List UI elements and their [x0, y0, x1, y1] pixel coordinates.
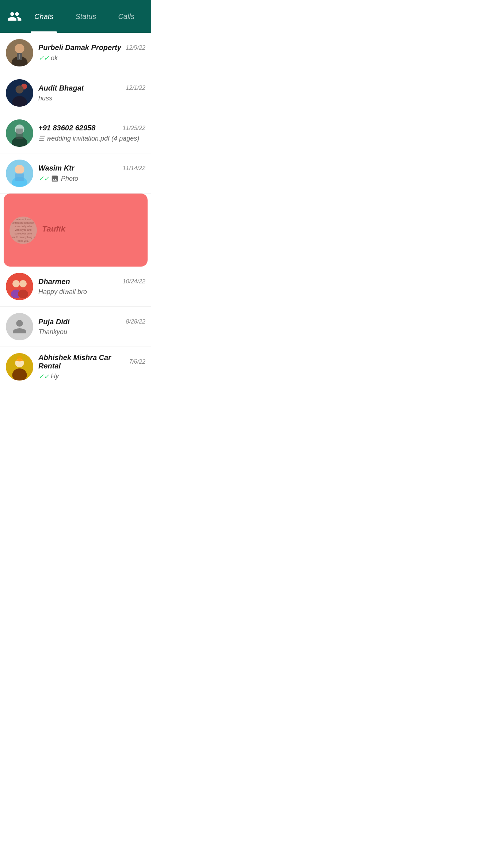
double-tick-icon: ✓✓ [38, 54, 49, 62]
chat-content: Dharmen 10/24/22 Happy diwali bro [38, 278, 145, 296]
avatar: Remember there's a difference between so… [9, 217, 37, 244]
list-item[interactable]: Purbeli Damak Property 12/9/22 ✓✓ ok [0, 33, 151, 73]
chat-date: 12/1/22 [126, 85, 145, 91]
preview-text: huss [38, 95, 52, 102]
list-item[interactable]: Wasim Ktr 11/14/22 ✓✓ Photo [0, 153, 151, 194]
chat-content: Purbeli Damak Property 12/9/22 ✓✓ ok [38, 43, 145, 62]
tab-calls[interactable]: Calls [114, 0, 138, 33]
preview-text: wedding invitation.pdf (4 pages) [46, 135, 139, 142]
list-item[interactable]: Audit Bhagat 12/1/22 huss [0, 73, 151, 113]
chat-date: 11/25/22 [123, 125, 145, 131]
chat-preview: ☰ wedding invitation.pdf (4 pages) [38, 134, 145, 142]
double-tick-icon: ✓✓ [38, 372, 49, 381]
tab-chats[interactable]: Chats [31, 0, 57, 33]
svg-point-20 [19, 280, 27, 287]
header: Chats Status Calls [0, 0, 151, 33]
preview-text: ok [51, 54, 58, 62]
chat-date: 12/9/22 [126, 45, 145, 51]
tab-status[interactable]: Status [72, 0, 100, 33]
contact-name: Audit Bhagat [38, 84, 84, 92]
chat-header-row: Taufik [42, 224, 142, 234]
chat-header-row: Puja Didi 8/28/22 [38, 318, 145, 326]
chat-date: 8/28/22 [126, 318, 145, 325]
list-item[interactable]: +91 83602 62958 11/25/22 ☰ wedding invit… [0, 113, 151, 153]
avatar [6, 79, 33, 107]
chat-content: Audit Bhagat 12/1/22 huss [38, 84, 145, 102]
contact-name: Puja Didi [38, 318, 70, 326]
people-icon [6, 8, 23, 25]
list-item[interactable]: Puja Didi 8/28/22 Thankyou [0, 307, 151, 347]
svg-point-15 [15, 165, 24, 174]
chat-header-row: +91 83602 62958 11/25/22 [38, 124, 145, 132]
avatar [6, 160, 33, 187]
chat-preview: ✓✓ ok [38, 54, 145, 62]
avatar [6, 39, 33, 66]
chat-date: 11/14/22 [123, 165, 145, 172]
chat-preview: huss [38, 95, 145, 102]
chat-date: 7/6/22 [129, 359, 145, 365]
svg-point-1 [15, 44, 24, 53]
svg-point-22 [18, 290, 28, 298]
list-item[interactable]: Abhishek Mishra Car Rental 7/6/22 ✓✓ Hy [0, 347, 151, 387]
svg-point-8 [16, 85, 24, 93]
photo-icon [51, 175, 59, 183]
chat-header-row: Audit Bhagat 12/1/22 [38, 84, 145, 92]
chat-content: Taufik [42, 224, 142, 236]
contact-name: Abhishek Mishra Car Rental [38, 353, 129, 370]
preview-text: Thankyou [38, 328, 67, 336]
avatar [6, 353, 33, 381]
list-item[interactable]: Dharmen 10/24/22 Happy diwali bro [0, 267, 151, 307]
contact-name: Purbeli Damak Property [38, 43, 121, 52]
avatar [6, 119, 33, 147]
contact-name: Dharmen [38, 278, 70, 286]
chat-header-row: Purbeli Damak Property 12/9/22 [38, 43, 145, 52]
svg-rect-13 [16, 129, 23, 139]
svg-point-26 [17, 356, 23, 362]
chat-preview: Happy diwali bro [38, 288, 145, 296]
chat-content: Wasim Ktr 11/14/22 ✓✓ Photo [38, 164, 145, 183]
chat-header-row: Abhishek Mishra Car Rental 7/6/22 [38, 353, 145, 370]
contact-name: Wasim Ktr [38, 164, 75, 172]
list-item[interactable]: Remember there's a difference between so… [4, 194, 148, 267]
preview-text: Photo [61, 175, 78, 183]
quote-text: Remember there's a difference between so… [9, 217, 37, 244]
chat-content: Puja Didi 8/28/22 Thankyou [38, 318, 145, 336]
chat-header-row: Wasim Ktr 11/14/22 [38, 164, 145, 172]
contact-name: Taufik [42, 224, 65, 234]
avatar [6, 273, 33, 300]
chat-date: 10/24/22 [123, 278, 145, 285]
double-tick-icon: ✓✓ [38, 175, 49, 183]
chat-preview: ✓✓ Photo [38, 175, 145, 183]
nav-tabs: Chats Status Calls [23, 0, 145, 33]
chat-content: +91 83602 62958 11/25/22 ☰ wedding invit… [38, 124, 145, 142]
contact-name: +91 83602 62958 [38, 124, 95, 132]
svg-rect-17 [15, 173, 24, 181]
document-icon: ☰ [38, 134, 44, 142]
chat-header-row: Dharmen 10/24/22 [38, 278, 145, 286]
preview-text: Hy [51, 372, 59, 380]
preview-text: Happy diwali bro [38, 288, 87, 296]
chat-preview: ✓✓ Hy [38, 372, 145, 381]
chat-content: Abhishek Mishra Car Rental 7/6/22 ✓✓ Hy [38, 353, 145, 381]
chat-preview: Thankyou [38, 328, 145, 336]
svg-point-19 [12, 280, 20, 287]
chat-list: Purbeli Damak Property 12/9/22 ✓✓ ok Aud… [0, 33, 151, 387]
avatar [6, 313, 33, 340]
